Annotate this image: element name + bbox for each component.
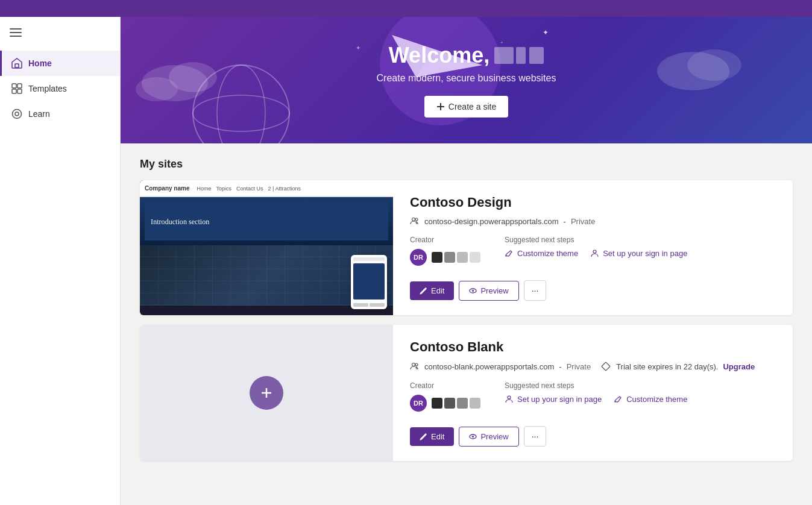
svg-point-29: [593, 250, 596, 253]
setup-signin-link[interactable]: Set up your sign in page: [590, 249, 687, 258]
svg-point-10: [142, 65, 208, 101]
svg-text:✦: ✦: [543, 28, 549, 37]
site-card-contoso-blank: Contoso Blank contoso-blank.powerappspor…: [140, 325, 793, 461]
person-icon: [590, 249, 599, 258]
people-icon-blank: [410, 362, 420, 371]
customize-theme-link-2[interactable]: Customize theme: [614, 395, 687, 404]
sidebar-item-learn[interactable]: Learn: [0, 101, 120, 127]
site-url-row-design: contoso-design.powerappsportals.com - Pr…: [410, 216, 776, 226]
creator-label-blank: Creator: [410, 381, 480, 390]
svg-point-11: [169, 62, 217, 92]
svg-rect-2: [10, 36, 22, 37]
edit-icon: [420, 287, 427, 295]
svg-point-27: [412, 218, 415, 221]
my-sites-title: My sites: [140, 158, 793, 171]
svg-rect-7: [17, 89, 22, 93]
svg-text:✦: ✦: [356, 45, 360, 51]
creator-avatar-design: DR: [410, 249, 427, 266]
mockup-phone: [351, 255, 387, 309]
svg-point-9: [15, 112, 19, 116]
theme-dot-b2: [444, 398, 455, 409]
mockup-nav: Company name Home Topics Contact Us 2 | …: [140, 180, 393, 197]
suggested-label-blank: Suggested next steps: [505, 381, 687, 390]
upgrade-link[interactable]: Upgrade: [723, 362, 755, 371]
svg-rect-1: [10, 32, 22, 33]
svg-point-28: [415, 218, 418, 221]
trial-notice: Trial site expires in 22 day(s). Upgrade: [600, 361, 755, 372]
site-actions-blank: Edit Preview ···: [410, 426, 776, 447]
brush-icon-2: [614, 395, 623, 404]
svg-point-39: [472, 436, 474, 438]
edit-icon-2: [420, 433, 427, 441]
theme-dot-3: [457, 252, 468, 263]
setup-signin-link-2[interactable]: Set up your sign in page: [505, 395, 602, 404]
svg-point-37: [508, 396, 511, 399]
site-name-design: Contoso Design: [410, 195, 776, 210]
more-button-blank[interactable]: ···: [524, 426, 547, 447]
sidebar-item-templates[interactable]: Templates: [0, 76, 120, 101]
trial-text: Trial site expires in 22 day(s).: [616, 362, 718, 371]
sidebar: Home Templates Learn: [0, 17, 121, 505]
hero-content: Welcome, Create modern, secure business …: [377, 43, 556, 118]
site-thumbnail-design: Company name Home Topics Contact Us 2 | …: [140, 180, 393, 315]
svg-point-12: [136, 77, 178, 101]
svg-point-15: [193, 95, 289, 131]
preview-button-blank[interactable]: Preview: [459, 427, 518, 447]
svg-point-31: [472, 290, 474, 292]
site-url-design: contoso-design.powerappsportals.com: [424, 217, 559, 226]
creator-label-design: Creator: [410, 236, 480, 244]
brush-icon: [505, 249, 514, 258]
site-info-blank: Contoso Blank contoso-blank.powerappspor…: [393, 325, 793, 461]
svg-point-23: [657, 52, 729, 90]
hero-banner: ✦ ✦ + ✦ Welcome, Cr: [121, 17, 812, 143]
preview-icon: [469, 287, 477, 295]
edit-button-design[interactable]: Edit: [410, 281, 454, 300]
creator-content-design: DR: [410, 249, 480, 266]
svg-rect-3: [15, 64, 19, 67]
add-page-button[interactable]: [250, 376, 283, 410]
site-info-design: Contoso Design contoso-design.powerappsp…: [393, 180, 793, 315]
theme-dot-b3: [457, 398, 468, 409]
svg-point-13: [193, 65, 289, 143]
svg-point-24: [687, 49, 741, 81]
main-content: ✦ ✦ + ✦ Welcome, Cr: [121, 17, 812, 505]
suggested-label-design: Suggested next steps: [505, 236, 687, 244]
edit-button-blank[interactable]: Edit: [410, 427, 454, 446]
site-card-contoso-design: Company name Home Topics Contact Us 2 | …: [140, 180, 793, 315]
hamburger-menu[interactable]: [0, 17, 120, 51]
sidebar-item-home[interactable]: Home: [0, 51, 120, 76]
svg-rect-5: [17, 84, 22, 88]
mockup-hero-image: [140, 197, 393, 245]
preview-button-design[interactable]: Preview: [459, 281, 518, 301]
theme-dot-b4: [470, 398, 480, 409]
theme-dot-1: [432, 252, 442, 263]
site-meta-row-blank: Creator DR: [410, 381, 776, 412]
more-button-design[interactable]: ···: [524, 280, 547, 301]
svg-rect-4: [12, 84, 16, 88]
site-name-blank: Contoso Blank: [410, 339, 776, 355]
top-bar: [0, 0, 812, 17]
site-actions-design: Edit Preview ···: [410, 280, 776, 301]
sidebar-templates-label: Templates: [28, 84, 67, 93]
theme-dot-4: [470, 252, 480, 263]
customize-theme-link[interactable]: Customize theme: [505, 249, 578, 258]
preview-icon-2: [469, 433, 477, 441]
content-area: My sites Company name Home Topics Contac…: [121, 143, 812, 485]
creator-content-blank: DR: [410, 395, 480, 412]
sidebar-home-label: Home: [28, 58, 52, 68]
svg-point-8: [13, 110, 22, 119]
hero-username-placeholder: [494, 47, 544, 64]
hero-subtitle: Create modern, secure business websites: [377, 73, 556, 84]
site-meta-row-design: Creator DR: [410, 236, 776, 266]
person-icon-2: [505, 395, 514, 404]
theme-dot-2: [444, 252, 455, 263]
create-site-button[interactable]: Create a site: [424, 96, 508, 118]
svg-rect-36: [602, 362, 610, 371]
diamond-icon: [600, 361, 611, 372]
sidebar-learn-label: Learn: [28, 109, 50, 119]
svg-point-14: [217, 65, 265, 143]
creator-group-design: Creator DR: [410, 236, 480, 266]
mockup-logo: Company name: [145, 185, 189, 192]
theme-dots-blank: [432, 398, 480, 409]
site-url-blank: contoso-blank.powerappsportals.com: [424, 362, 554, 371]
